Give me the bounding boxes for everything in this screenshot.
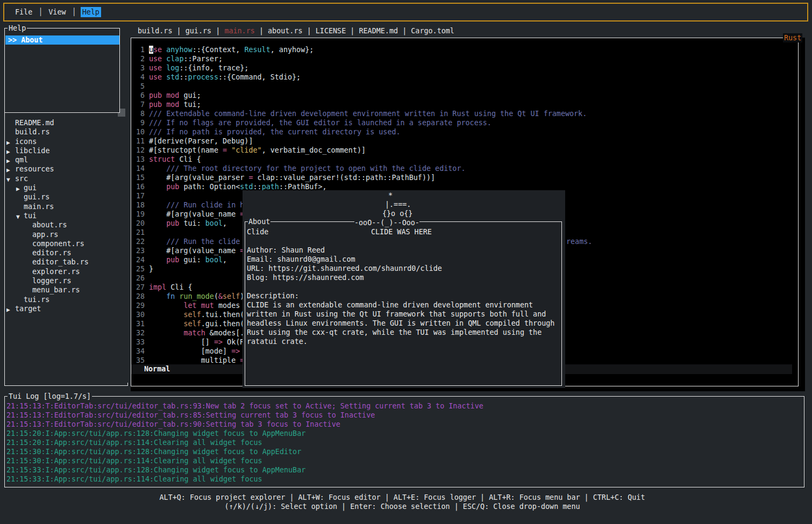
code-line: 9/// If no flags are provided, the GUI e… — [132, 118, 587, 127]
code-text: pub mod gui; — [149, 91, 201, 100]
explorer-item-app.rs[interactable]: app.rs — [0, 230, 128, 239]
explorer-item-README.md[interactable]: README.md — [0, 118, 128, 127]
line-number: 16 — [132, 182, 145, 191]
explorer-item-logger.rs[interactable]: logger.rs — [0, 276, 128, 285]
ascii-art-line: * — [388, 191, 393, 200]
about-content-line: Rust using the cxx-qt crate, while the T… — [247, 328, 542, 337]
line-number: 31 — [132, 319, 145, 328]
explorer-item-label: menu_bar.rs — [32, 285, 80, 295]
tab-LICENSE[interactable]: LICENSE — [316, 26, 346, 35]
code-text: /// Run the clide — [149, 237, 244, 246]
explorer-item-editor.rs[interactable]: editor.rs — [0, 248, 128, 257]
code-line: 11#[derive(Parser, Debug)] — [132, 137, 587, 146]
explorer-item-label: main.rs — [24, 202, 54, 211]
about-content-line: ratatui crate. — [247, 337, 308, 346]
explorer-item-about.rs[interactable]: about.rs — [0, 220, 128, 229]
footer-shortcuts-line-2: (↑/k)/(↓/j): Select option | Enter: Choo… — [0, 502, 804, 511]
explorer-item-component.rs[interactable]: component.rs — [0, 239, 128, 248]
tab-separator: | — [177, 26, 181, 35]
code-text: use log::{info, trace}; — [149, 63, 248, 73]
line-number: 4 — [132, 73, 145, 82]
tab-about.rs[interactable]: about.rs — [268, 26, 303, 35]
line-number: 10 — [132, 127, 145, 137]
menu-item-help[interactable]: Help — [81, 7, 101, 17]
tab-separator: | — [307, 26, 311, 35]
explorer-item-explorer.rs[interactable]: explorer.rs — [0, 267, 128, 276]
explorer-item-libclide[interactable]: ▶libclide — [0, 146, 128, 155]
tui-log-title: Tui Log [log=1.7/s] — [8, 392, 92, 401]
line-number: 1 — [132, 45, 145, 54]
tab-main.rs[interactable]: main.rs — [224, 26, 254, 35]
explorer-item-menu_bar.rs[interactable]: menu_bar.rs — [0, 285, 128, 295]
tab-Cargo.toml[interactable]: Cargo.toml — [411, 26, 454, 35]
explorer-item-label: explorer.rs — [32, 267, 80, 276]
explorer-item-label: gui — [24, 183, 37, 192]
explorer-item-editor_tab.rs[interactable]: editor_tab.rs — [0, 257, 128, 267]
menu-item-about[interactable]: >> About — [5, 35, 119, 45]
line-number: 12 — [132, 146, 145, 155]
about-content-line: Description: — [247, 291, 299, 300]
tui-log-panel[interactable]: Tui Log [log=1.7/s] 21:15:13:T:EditorTab… — [4, 396, 804, 487]
menu-bar-items: File│View│Help — [13, 7, 101, 17]
project-explorer[interactable]: README.mdbuild.rs▶icons▶libclide▶qml▶res… — [0, 118, 128, 313]
explorer-item-tui[interactable]: ▼tui — [0, 211, 128, 220]
log-entry: 21:15:20:I:App:src/tui/app.rs:114:Cleari… — [6, 438, 483, 447]
explorer-item-tui.rs[interactable]: tui.rs — [0, 295, 128, 304]
code-text: use anyhow::{Context, Result, anyhow}; — [149, 45, 314, 54]
explorer-item-qml[interactable]: ▶qml — [0, 155, 128, 164]
line-number: 23 — [132, 246, 145, 255]
code-line: 10/// If no path is provided, the curren… — [132, 127, 587, 137]
code-text: self.gui.then( — [149, 319, 244, 328]
explorer-item-gui[interactable]: ▶gui — [0, 183, 128, 192]
code-line: 14 /// The root directory for the projec… — [132, 164, 587, 173]
code-line: 4use std::process::{Command, Stdio}; — [132, 73, 587, 82]
about-content-line: CLIDE is an extendable command-line driv… — [247, 300, 533, 310]
about-content-line: Blog: https://shaunreed.com — [247, 273, 364, 282]
tui-log-entries: 21:15:13:T:EditorTab:src/tui/editor_tab.… — [6, 401, 483, 484]
tab-gui.rs[interactable]: gui.rs — [186, 26, 211, 35]
code-text: /// The root directory for the project t… — [149, 164, 466, 173]
explorer-item-label: tui.rs — [24, 295, 49, 304]
explorer-item-label: qml — [15, 155, 28, 164]
explorer-item-icons[interactable]: ▶icons — [0, 137, 128, 146]
explorer-item-build.rs[interactable]: build.rs — [0, 127, 128, 137]
line-number: 8 — [132, 109, 145, 118]
line-number: 5 — [132, 82, 145, 91]
explorer-item-label: editor_tab.rs — [32, 257, 89, 267]
explorer-item-target[interactable]: ▶target — [0, 304, 128, 313]
tab-build.rs[interactable]: build.rs — [138, 26, 173, 35]
about-content-line: Clide — [247, 227, 268, 236]
explorer-item-label: editor.rs — [32, 248, 72, 257]
log-entry: 21:15:20:I:App:src/tui/app.rs:128:Changi… — [6, 429, 483, 438]
menu-item-file[interactable]: File — [13, 7, 34, 17]
line-number: 6 — [132, 91, 145, 100]
about-content-line: URL: https://git.shaunreed.com/shaunrd0/… — [247, 264, 442, 273]
log-entry: 21:15:33:I:App:src/tui/app.rs:114:Cleari… — [6, 475, 483, 484]
explorer-item-resources[interactable]: ▶resources — [0, 164, 128, 174]
code-text: pub mod tui; — [149, 100, 201, 109]
code-line: 7pub mod tui; — [132, 100, 587, 109]
code-text: #[structopt(name = "clide", verbatim_doc… — [149, 146, 366, 155]
explorer-border — [4, 385, 128, 386]
menu-item-view[interactable]: View — [47, 7, 67, 17]
line-number: 25 — [132, 264, 145, 274]
line-number: 7 — [132, 100, 145, 109]
explorer-item-label: src — [15, 174, 28, 183]
editor-tab-bar: build.rs|gui.rs|main.rs|about.rs|LICENSE… — [138, 26, 454, 35]
line-number: 24 — [132, 255, 145, 264]
explorer-item-label: target — [15, 304, 41, 313]
log-entry: 21:15:33:I:App:src/tui/app.rs:128:Changi… — [6, 465, 483, 475]
code-text: /// Extendable command-line driven devel… — [149, 109, 587, 118]
log-entry: 21:15:30:I:App:src/tui/app.rs:114:Cleari… — [6, 456, 483, 465]
line-number: 33 — [132, 338, 145, 347]
explorer-item-gui.rs[interactable]: gui.rs — [0, 192, 128, 202]
explorer-item-main.rs[interactable]: main.rs — [0, 202, 128, 211]
explorer-item-src[interactable]: ▼src — [0, 174, 128, 183]
explorer-item-label: app.rs — [32, 230, 58, 239]
about-content-line: Email: shaunrd0@gmail.com — [247, 255, 355, 264]
line-number: 14 — [132, 164, 145, 173]
log-entry: 21:15:13:T:EditorTab:src/tui/editor_tab.… — [6, 401, 483, 411]
log-entry: 21:15:13:T:EditorTab:src/tui/editor_tab.… — [6, 420, 483, 429]
line-number: 18 — [132, 200, 145, 210]
tab-README.md[interactable]: README.md — [359, 26, 398, 35]
